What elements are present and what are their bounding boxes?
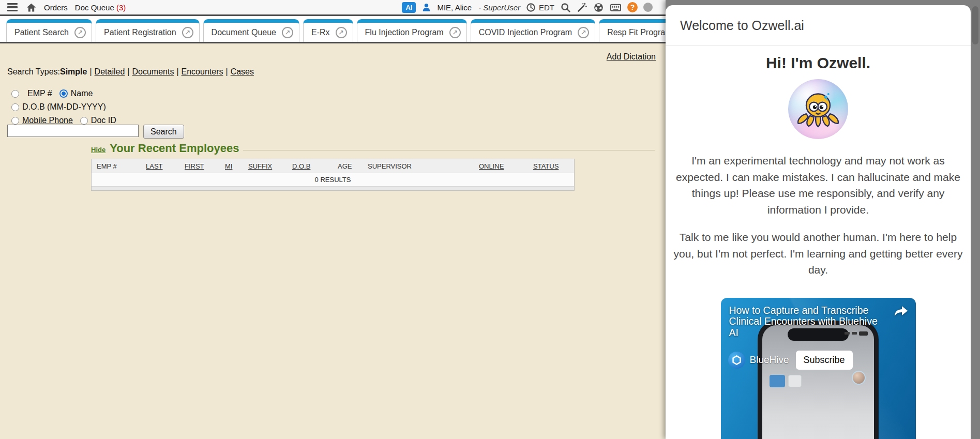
radio-mobile-phone[interactable] <box>11 117 19 125</box>
timezone-label: EDT <box>539 3 554 12</box>
search-types-bar: Search Types:Simple|Detailed|Documents|E… <box>7 67 254 77</box>
column-header-status[interactable]: STATUS <box>533 162 575 170</box>
phone-menu-button <box>770 375 785 387</box>
column-header-first[interactable]: FIRST <box>185 162 225 170</box>
radio-name[interactable] <box>59 89 68 98</box>
radio-doc-id-label[interactable]: Doc ID <box>91 116 116 125</box>
globe-icon[interactable] <box>593 2 604 13</box>
user-icon[interactable] <box>421 3 431 12</box>
open-new-window-icon[interactable] <box>74 27 86 38</box>
column-header-online[interactable]: ONLINE <box>479 162 533 170</box>
ozwell-disclaimer-paragraph: I'm an experimental technology and may n… <box>672 153 964 218</box>
tab-label: Patient Search <box>14 28 69 37</box>
ozwell-octopus-avatar <box>788 79 848 139</box>
hide-link[interactable]: Hide <box>91 146 105 154</box>
presence-indicator-icon[interactable] <box>643 3 653 12</box>
search-row: Search <box>7 125 184 139</box>
radio-dob-label[interactable]: D.O.B (MM-DD-YYYY) <box>22 102 106 112</box>
home-icon[interactable] <box>26 2 37 13</box>
separator: | <box>89 67 92 76</box>
scrollbar-thumb[interactable] <box>972 6 978 44</box>
search-type-documents[interactable]: Documents <box>132 67 174 76</box>
channel-name[interactable]: BlueHive <box>750 354 789 366</box>
add-dictation-link[interactable]: Add Dictation <box>607 52 656 62</box>
tab-document-queue[interactable]: Document Queue <box>203 19 299 42</box>
separator: | <box>176 67 178 76</box>
bluehive-channel-avatar[interactable] <box>728 352 745 369</box>
tab-flu-injection-program[interactable]: Flu Injection Program <box>357 19 467 42</box>
tab-label: Resp Fit Program <box>607 28 672 37</box>
empty-results-row: 0 RESULTS <box>92 173 574 186</box>
radio-name-label[interactable]: Name <box>71 89 93 98</box>
open-new-window-icon[interactable] <box>336 27 347 38</box>
radio-emp-number-label[interactable]: EMP # <box>27 89 52 98</box>
doc-queue-label: Doc Queue <box>75 3 114 12</box>
search-type-simple[interactable]: Simple <box>60 67 87 76</box>
radio-dob[interactable] <box>11 103 19 111</box>
share-icon[interactable] <box>894 305 909 317</box>
help-icon[interactable]: ? <box>627 2 638 12</box>
tab-patient-registration[interactable]: Patient Registration <box>96 19 200 42</box>
recent-employees-table: EMP # LAST FIRST MI SUFFIX D.O.B AGE SUP… <box>91 159 575 191</box>
tab-label: E-Rx <box>311 28 330 37</box>
ozwell-advice-paragraph: Talk to me like you would another human.… <box>672 229 964 278</box>
table-header-row: EMP # LAST FIRST MI SUFFIX D.O.B AGE SUP… <box>92 159 574 173</box>
search-types-label: Search Types: <box>7 67 60 76</box>
channel-row: BlueHive Subscribe <box>728 351 853 370</box>
tab-label: COVID Injection Program <box>479 28 572 37</box>
user-role: - SuperUser <box>478 3 520 12</box>
search-type-detailed[interactable]: Detailed <box>95 67 125 76</box>
column-header-age: AGE <box>338 162 368 170</box>
clock-icon[interactable] <box>526 3 536 12</box>
open-new-window-icon[interactable] <box>578 27 589 38</box>
column-header-suffix[interactable]: SUFFIX <box>248 162 292 170</box>
separator: | <box>225 67 228 76</box>
video-title: How to Capture and Transcribe Clinical E… <box>729 305 882 339</box>
column-header-dob[interactable]: D.O.B <box>292 162 338 170</box>
tab-e-rx[interactable]: E-Rx <box>303 19 353 42</box>
search-input[interactable] <box>7 125 139 137</box>
breadcrumb-orders[interactable]: Orders <box>44 3 68 12</box>
divider <box>243 150 655 150</box>
search-type-encounters[interactable]: Encounters <box>182 67 223 76</box>
ozwell-panel-title: Welcome to Ozwell.ai <box>666 5 971 46</box>
phone-settings-button <box>788 375 802 387</box>
tab-patient-search[interactable]: Patient Search <box>6 19 92 42</box>
search-by-radio-group: EMP # Name D.O.B (MM-DD-YYYY) Mobile Pho… <box>11 87 124 127</box>
search-button[interactable]: Search <box>143 125 184 139</box>
octopus-icon <box>794 85 842 133</box>
search-type-cases[interactable]: Cases <box>231 67 254 76</box>
tab-label: Patient Registration <box>104 28 176 37</box>
separator: | <box>127 67 129 76</box>
phone-user-avatar <box>852 371 866 385</box>
column-header-last[interactable]: LAST <box>146 162 185 170</box>
tab-covid-injection-program[interactable]: COVID Injection Program <box>471 19 596 42</box>
breadcrumb-doc-queue[interactable]: Doc Queue (3) <box>75 3 126 12</box>
tab-label: Document Queue <box>212 28 276 37</box>
column-header-supervisor: SUPERVISOR <box>368 162 479 170</box>
open-new-window-icon[interactable] <box>282 27 293 38</box>
ozwell-panel: Welcome to Ozwell.ai Hi! I'm Ozwell. <box>666 5 971 439</box>
magic-wand-icon[interactable] <box>577 2 587 13</box>
menu-icon[interactable] <box>6 2 19 12</box>
ozwell-greeting: Hi! I'm Ozwell. <box>766 54 870 72</box>
open-new-window-icon[interactable] <box>449 27 461 38</box>
ozwell-panel-backdrop: Welcome to Ozwell.ai Hi! I'm Ozwell. <box>666 0 980 439</box>
search-icon[interactable] <box>560 2 571 13</box>
open-new-window-icon[interactable] <box>182 27 193 38</box>
radio-emp-number[interactable] <box>11 90 19 98</box>
video-thumbnail[interactable]: How to Capture and Transcribe Clinical E… <box>721 298 916 439</box>
radio-doc-id[interactable] <box>80 117 88 125</box>
doc-queue-count: (3) <box>116 3 126 12</box>
column-header-mi[interactable]: MI <box>225 162 248 170</box>
radio-mobile-phone-label[interactable]: Mobile Phone <box>22 116 73 125</box>
tab-label: Flu Injection Program <box>365 28 444 37</box>
table-footer-strip <box>92 186 574 190</box>
subscribe-button[interactable]: Subscribe <box>796 351 853 370</box>
recent-employees-title: Your Recent Employees <box>110 142 239 155</box>
recent-employees-section: Hide Your Recent Employees EMP # LAST FI… <box>91 142 655 191</box>
ai-badge[interactable]: AI <box>402 2 416 13</box>
keyboard-icon[interactable] <box>610 2 622 13</box>
column-header-emp: EMP # <box>97 162 146 170</box>
user-name: MIE, Alice <box>437 3 472 12</box>
